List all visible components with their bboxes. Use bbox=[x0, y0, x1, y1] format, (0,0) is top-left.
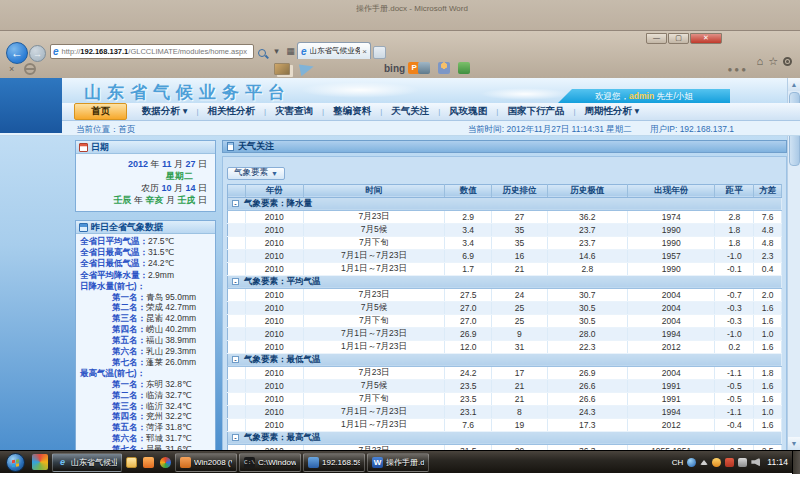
toolbar-overflow-dots[interactable]: ●●● bbox=[728, 65, 749, 74]
nav-item-7[interactable]: 风玫瑰图 bbox=[440, 105, 496, 118]
rank-label: 第六名： bbox=[112, 433, 146, 443]
calendar-line: 星期二 bbox=[80, 170, 207, 182]
rank-label: 第四名： bbox=[112, 324, 146, 334]
data-cell: 1.6 bbox=[754, 301, 782, 314]
data-cell: -0.5 bbox=[715, 392, 754, 405]
weather-stat: 全省日最低气温：24.2℃ bbox=[80, 259, 213, 268]
nav-item-6[interactable]: 天气关注 bbox=[382, 105, 438, 118]
data-cell: 27.5 bbox=[445, 288, 492, 301]
data-cell: 30.7 bbox=[547, 288, 627, 301]
toolbar-close-icon[interactable]: × bbox=[9, 64, 14, 74]
compatibility-icon[interactable]: ▦ bbox=[284, 45, 297, 58]
table-row[interactable]: 20107月23日24.21726.92004-1.11.8 bbox=[228, 366, 782, 379]
data-cell: 2012 bbox=[627, 340, 715, 353]
group-row[interactable]: -气象要素：最高气温 bbox=[228, 431, 782, 444]
address-field[interactable]: e http://192.168.137.1/GLCCLIMATE/module… bbox=[50, 44, 254, 59]
table-row[interactable]: 20107月5候3.43523.719901.84.8 bbox=[228, 223, 782, 236]
nav-item-3[interactable]: 相关性分析 bbox=[199, 105, 265, 118]
media-icon[interactable] bbox=[160, 457, 171, 468]
taskbar-window-5[interactable]: W操作手册.docx ... bbox=[367, 453, 429, 472]
scroll-up-icon[interactable]: ▲ bbox=[788, 78, 800, 91]
rank-value: 郓城 31.7℃ bbox=[146, 433, 191, 443]
table-row[interactable]: 20101月1日～7月23日7.61917.32012-0.41.6 bbox=[228, 418, 782, 431]
nav-item-4[interactable]: 灾害查询 bbox=[266, 105, 322, 118]
data-cell: 2.9 bbox=[445, 210, 492, 223]
element-filter-button[interactable]: 气象要素▼ bbox=[227, 167, 285, 180]
taskbar-clock[interactable]: 11:14 bbox=[767, 457, 788, 467]
forward-button[interactable]: → bbox=[29, 45, 46, 62]
group-row[interactable]: -气象要素：降水量 bbox=[228, 197, 782, 210]
nav-item-8[interactable]: 国家下行产品 bbox=[498, 105, 573, 118]
tray-expand-icon[interactable] bbox=[700, 460, 708, 465]
weather-stat: 全省平均降水量：2.9mm bbox=[80, 271, 213, 280]
stat-value: 2.9mm bbox=[148, 270, 174, 280]
bing-logo[interactable]: bing bbox=[384, 63, 405, 74]
nav-item-5[interactable]: 整编资料 bbox=[324, 105, 380, 118]
table-row[interactable]: 20107月1日～7月23日6.91614.61957-1.02.3 bbox=[228, 249, 782, 262]
new-tab-button[interactable] bbox=[373, 46, 386, 59]
nav-item-1[interactable]: 首页 bbox=[74, 103, 127, 120]
stat-value: 31.5℃ bbox=[148, 247, 174, 257]
search-icon[interactable] bbox=[258, 49, 266, 57]
table-row[interactable]: 20107月1日～7月23日26.9928.01994-1.01.0 bbox=[228, 327, 782, 340]
table-row[interactable]: 20107月5候23.52126.61991-0.51.6 bbox=[228, 379, 782, 392]
app-orange-icon[interactable] bbox=[143, 457, 154, 468]
nav-item-9[interactable]: 周期性分析 ▾ bbox=[575, 105, 648, 118]
camera-icon[interactable] bbox=[418, 62, 430, 74]
stat-label: 全省日平均气温： bbox=[80, 236, 148, 246]
browser-tab[interactable]: e 山东省气候业务平... × bbox=[297, 42, 371, 59]
taskbar-window-label: Win2008 (VS2... bbox=[194, 458, 232, 467]
compass-icon[interactable] bbox=[24, 63, 36, 75]
group-row[interactable]: -气象要素：平均气温 bbox=[228, 275, 782, 288]
taskbar-window-label: 山东省气候业... bbox=[71, 457, 117, 468]
collapse-icon[interactable]: - bbox=[232, 200, 239, 207]
column-header: 时间 bbox=[303, 184, 444, 197]
data-cell: 27.0 bbox=[445, 314, 492, 327]
pinned-app-icon[interactable] bbox=[32, 454, 48, 470]
addon-puzzle-icon[interactable] bbox=[458, 62, 470, 74]
table-row[interactable]: 20107月1日～7月23日23.1824.31994-1.11.0 bbox=[228, 405, 782, 418]
table-row[interactable]: 20107月5候27.02530.52004-0.31.6 bbox=[228, 301, 782, 314]
table-row[interactable]: 20107月下旬27.02530.52004-0.31.6 bbox=[228, 314, 782, 327]
table-row[interactable]: 20101月1日～7月23日1.7212.81990-0.10.4 bbox=[228, 262, 782, 275]
taskbar-window-1[interactable]: e山东省气候业... bbox=[52, 453, 122, 472]
action-center-flag-icon[interactable] bbox=[725, 458, 734, 467]
table-row[interactable]: 20107月23日2.92736.219742.87.6 bbox=[228, 210, 782, 223]
dropdown-caret-icon[interactable]: ▾ bbox=[270, 45, 283, 58]
network-icon[interactable] bbox=[738, 458, 747, 467]
taskbar-window-3[interactable]: C:\C:\Windows\s... bbox=[239, 453, 301, 472]
tab-close-icon[interactable]: × bbox=[362, 47, 367, 56]
table-row[interactable]: 20107月23日27.52430.72004-0.72.0 bbox=[228, 288, 782, 301]
main-content: 天气关注 气象要素▼ 年份时间数值历史排位历史极值出现年份距平方差 -气象要素：… bbox=[222, 140, 787, 450]
data-cell: 26.6 bbox=[547, 392, 627, 405]
rank-label: 第五名： bbox=[112, 422, 146, 432]
group-row[interactable]: -气象要素：最低气温 bbox=[228, 353, 782, 366]
scroll-down-icon[interactable]: ▼ bbox=[788, 437, 800, 450]
data-cell: 2010 bbox=[245, 379, 303, 392]
table-row[interactable]: 20107月下旬23.52126.61991-0.51.6 bbox=[228, 392, 782, 405]
nav-item-2[interactable]: 数据分析 ▾ bbox=[133, 105, 196, 118]
folder-icon[interactable] bbox=[126, 457, 137, 468]
data-cell: 7月1日～7月23日 bbox=[303, 327, 444, 340]
photo-cards-icon[interactable] bbox=[274, 63, 290, 75]
table-row[interactable]: 20107月下旬3.43523.719901.84.8 bbox=[228, 236, 782, 249]
speaker-icon[interactable] bbox=[751, 458, 760, 467]
data-cell: 2010 bbox=[245, 314, 303, 327]
messenger-icon[interactable] bbox=[712, 458, 721, 467]
collapse-icon[interactable]: - bbox=[232, 434, 239, 441]
language-indicator[interactable]: CH bbox=[672, 458, 684, 467]
data-cell: 1.6 bbox=[754, 340, 782, 353]
data-cell: 19 bbox=[492, 418, 547, 431]
taskbar-window-2[interactable]: Win2008 (VS2... bbox=[175, 453, 237, 472]
checkbox-cell bbox=[228, 314, 246, 327]
person-icon[interactable] bbox=[438, 62, 450, 74]
collapse-icon[interactable]: - bbox=[232, 356, 239, 363]
collapse-icon[interactable]: - bbox=[232, 278, 239, 285]
taskbar-window-4[interactable]: 192.168.59.99... bbox=[303, 453, 365, 472]
rank-value: 临沂 32.4℃ bbox=[146, 401, 191, 411]
table-row[interactable]: 20101月1日～7月23日12.03122.320120.21.6 bbox=[228, 340, 782, 353]
data-cell: 2010 bbox=[245, 366, 303, 379]
start-button[interactable] bbox=[6, 453, 25, 472]
network-globe-icon[interactable] bbox=[687, 458, 696, 467]
show-desktop-button[interactable] bbox=[792, 451, 800, 474]
